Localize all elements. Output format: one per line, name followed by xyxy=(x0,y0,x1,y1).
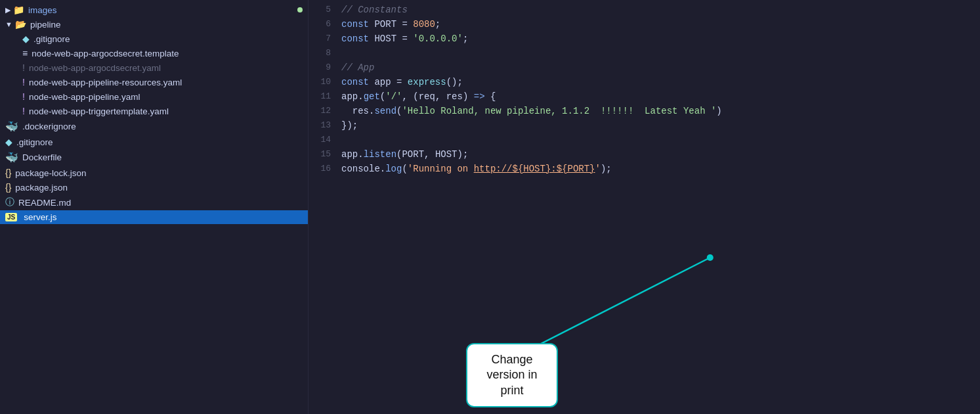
svg-point-1 xyxy=(707,254,714,261)
code-line-11: app.get('/', (req, res) => { xyxy=(341,89,967,104)
svg-line-0 xyxy=(513,258,710,358)
code-line-6: const PORT = 8080; xyxy=(341,17,967,32)
sidebar-item-package-lock[interactable]: {} package-lock.json xyxy=(0,166,308,180)
line-numbers: 5 6 7 8 9 10 11 12 13 14 15 16 xyxy=(309,3,341,176)
sidebar-item-label: README.md xyxy=(18,198,303,208)
sidebar-item-argocdsecret-yaml[interactable]: ! node-web-app-argocdsecret.yaml xyxy=(0,60,308,75)
brace-icon: {} xyxy=(5,182,11,193)
callout-text: Change version in print xyxy=(486,353,537,397)
code-line-5: // Constants xyxy=(341,3,967,17)
sidebar-item-label: node-web-app-argocdsecret.template xyxy=(32,49,303,58)
sidebar-item-label: node-web-app-pipeline.yaml xyxy=(29,92,303,102)
sidebar-item-label: pipeline xyxy=(30,20,303,30)
docker-icon: 🐳 xyxy=(5,151,18,164)
sidebar-item-pipeline-resources[interactable]: ! node-web-app-pipeline-resources.yaml xyxy=(0,75,308,89)
sidebar-item-triggertemplate[interactable]: ! node-web-app-triggertemplate.yaml xyxy=(0,104,308,118)
code-line-9: // App xyxy=(341,60,967,75)
js-icon: JS xyxy=(5,213,17,221)
sidebar-item-dockerfile[interactable]: 🐳 Dockerfile xyxy=(0,149,308,166)
diamond-icon: ◆ xyxy=(22,34,30,44)
sidebar-item-label: node-web-app-triggertemplate.yaml xyxy=(29,106,303,116)
code-line-16: console.log('Running on http://${HOST}:$… xyxy=(341,162,967,176)
code-line-13: }); xyxy=(341,118,967,133)
sidebar-item-label: .gitignore xyxy=(33,34,303,44)
exclaim-icon: ! xyxy=(22,106,25,116)
chevron-down-icon: ▼ xyxy=(5,20,12,28)
brace-icon: {} xyxy=(5,168,11,178)
sidebar-item-label: package-lock.json xyxy=(15,168,303,178)
sidebar-item-server-js[interactable]: JS server.js xyxy=(0,210,308,224)
folder-icon: 📁 xyxy=(13,5,24,15)
annotation-overlay: Change version in print xyxy=(309,230,980,414)
code-line-10: const app = express(); xyxy=(341,75,967,89)
modified-badge xyxy=(297,7,303,12)
code-line-15: app.listen(PORT, HOST); xyxy=(341,147,967,162)
chevron-right-icon: ▶ xyxy=(5,6,11,14)
sidebar-item-pipeline[interactable]: ▼ 📂 pipeline xyxy=(0,17,308,32)
folder-open-icon: 📂 xyxy=(15,19,26,30)
sidebar-item-label: images xyxy=(28,5,297,15)
code-content: 5 6 7 8 9 10 11 12 13 14 15 16 // Consta… xyxy=(309,0,980,179)
sidebar-item-gitignore[interactable]: ◆ .gitignore xyxy=(0,135,308,149)
code-line-12: res.send('Hello Roland, new pipleine, 1.… xyxy=(341,104,967,118)
code-line-7: const HOST = '0.0.0.0'; xyxy=(341,32,967,46)
diamond-icon: ◆ xyxy=(5,137,12,147)
sidebar-item-dockerignore[interactable]: 🐳 .dockerignore xyxy=(0,118,308,135)
exclaim-icon: ! xyxy=(22,62,25,73)
annotation-arrow xyxy=(309,230,980,414)
sidebar-item-gitignore-pipeline[interactable]: ◆ .gitignore xyxy=(0,32,308,46)
code-line-14 xyxy=(341,133,967,147)
sidebar-item-package-json[interactable]: {} package.json xyxy=(0,180,308,195)
info-icon: ⓘ xyxy=(5,196,14,208)
sidebar-item-label: package.json xyxy=(15,183,303,193)
sidebar-item-argocdsecret-template[interactable]: ≡ node-web-app-argocdsecret.template xyxy=(0,46,308,60)
sidebar-item-label: server.js xyxy=(24,212,303,222)
exclaim-icon: ! xyxy=(22,91,25,102)
sidebar-item-label: node-web-app-argocdsecret.yaml xyxy=(29,63,303,73)
sidebar-item-label: Dockerfile xyxy=(22,152,303,162)
exclaim-icon: ! xyxy=(22,77,25,87)
sidebar-item-label: .gitignore xyxy=(16,137,303,147)
sidebar-item-readme[interactable]: ⓘ README.md xyxy=(0,195,308,210)
code-text: // Constants const PORT = 8080; const HO… xyxy=(341,3,980,176)
code-editor: 5 6 7 8 9 10 11 12 13 14 15 16 // Consta… xyxy=(309,0,980,414)
annotation-callout: Change version in print xyxy=(466,343,558,407)
sidebar-item-images[interactable]: ▶ 📁 images xyxy=(0,3,308,17)
docker-icon: 🐳 xyxy=(5,120,18,133)
list-icon: ≡ xyxy=(22,48,28,58)
code-line-8 xyxy=(341,46,967,60)
sidebar-item-label: node-web-app-pipeline-resources.yaml xyxy=(29,78,303,87)
sidebar-item-label: .dockerignore xyxy=(22,122,303,131)
sidebar-item-pipeline-yaml[interactable]: ! node-web-app-pipeline.yaml xyxy=(0,89,308,104)
file-explorer: ▶ 📁 images ▼ 📂 pipeline ◆ .gitignore ≡ n… xyxy=(0,0,309,414)
